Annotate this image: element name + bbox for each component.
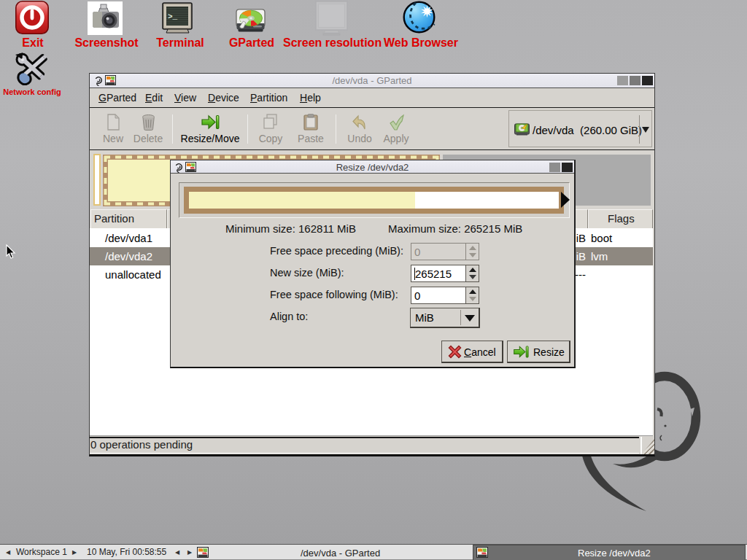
svg-text:>_: >_: [168, 12, 178, 21]
